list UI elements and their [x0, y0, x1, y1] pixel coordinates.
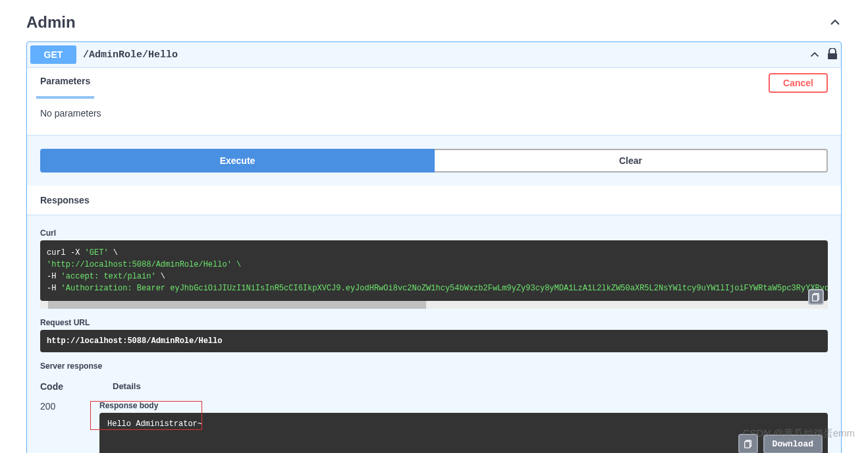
server-response-label: Server response — [40, 361, 828, 371]
response-row: 200 Response body Hello Administrator~ D… — [40, 396, 828, 453]
curl-text: \ — [156, 272, 165, 281]
curl-wrapper: curl -X 'GET' \ 'http://localhost:5088/A… — [40, 240, 828, 309]
curl-text: 'http://localhost:5088/AdminRole/Hello' … — [47, 260, 241, 269]
request-url-label: Request URL — [40, 318, 828, 327]
response-table-header: Code Details — [40, 373, 828, 396]
operation-body: Parameters Cancel No parameters Execute … — [27, 67, 841, 453]
cancel-button[interactable]: Cancel — [769, 73, 828, 93]
response-code: 200 — [40, 401, 80, 453]
scroll-thumb[interactable] — [48, 301, 426, 309]
operation-block: GET /AdminRole/Hello Parameters Cancel N… — [26, 41, 842, 453]
responses-header: Responses — [27, 186, 841, 215]
clipboard-icon — [811, 292, 821, 302]
copy-response-button[interactable] — [738, 434, 758, 453]
collapse-tag-icon[interactable] — [828, 16, 842, 29]
curl-text: 'accept: text/plain' — [61, 272, 156, 281]
response-body-label: Response body — [99, 401, 828, 410]
response-body-text: Hello Administrator~ — [107, 419, 202, 429]
operation-summary[interactable]: GET /AdminRole/Hello — [27, 42, 841, 67]
curl-text: -H — [47, 284, 61, 293]
copy-curl-button[interactable] — [808, 289, 824, 305]
svg-rect-0 — [828, 53, 837, 59]
operation-path: /AdminRole/Hello — [83, 49, 178, 61]
execute-button[interactable]: Execute — [40, 149, 435, 173]
method-badge: GET — [30, 45, 76, 64]
curl-text: 'GET' — [85, 248, 109, 257]
tag-header[interactable]: Admin — [26, 0, 842, 41]
curl-scrollbar[interactable] — [40, 301, 828, 309]
clear-button[interactable]: Clear — [435, 149, 828, 173]
curl-block[interactable]: curl -X 'GET' \ 'http://localhost:5088/A… — [40, 240, 828, 301]
parameters-title: Parameters — [40, 73, 90, 93]
clipboard-icon — [744, 439, 753, 448]
request-url-block[interactable]: http://localhost:5088/AdminRole/Hello — [40, 330, 828, 352]
response-body-block[interactable]: Hello Administrator~ Download — [99, 413, 828, 453]
download-button[interactable]: Download — [763, 435, 823, 454]
curl-text: -H — [47, 272, 61, 281]
response-details: Response body Hello Administrator~ Downl… — [99, 401, 828, 453]
curl-text: \ — [109, 248, 118, 257]
tab-underline — [36, 96, 94, 99]
curl-text: 'Authorization: Bearer eyJhbGciOiJIUzI1N… — [61, 284, 828, 293]
curl-text: curl -X — [47, 248, 85, 257]
responses-body: Curl curl -X 'GET' \ 'http://localhost:5… — [27, 215, 841, 453]
svg-rect-4 — [744, 442, 749, 448]
parameters-header: Parameters Cancel — [27, 68, 841, 98]
curl-label: Curl — [40, 228, 828, 238]
execute-row: Execute Clear — [27, 136, 841, 186]
code-header: Code — [40, 381, 80, 392]
details-header: Details — [113, 381, 141, 392]
tag-title: Admin — [26, 13, 76, 32]
collapse-operation-icon[interactable] — [809, 49, 821, 61]
svg-rect-2 — [813, 295, 818, 302]
parameters-body: No parameters — [27, 98, 841, 136]
lock-icon[interactable] — [827, 48, 838, 62]
